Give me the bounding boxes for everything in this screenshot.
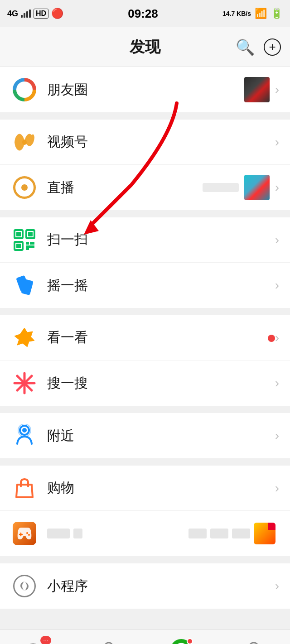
souyisou-chevron: › [275,376,279,390]
bottom-navigation: ··· 微信 通讯录 发现 [0,630,290,644]
pengyouquan-icon [11,76,38,103]
svg-point-1 [22,139,27,145]
faxian-nav-icon [169,638,193,644]
fujin-label: 附近 [47,427,275,445]
section-fujin: 附近 › [0,413,290,458]
menu-item-souyisou[interactable]: 搜一搜 › [0,360,290,406]
signal-bars [21,10,31,18]
section-scan: 扫一扫 › 摇一摇 › [0,217,290,308]
shop-icon [11,475,38,502]
menu-item-fujin[interactable]: 附近 › [0,413,290,458]
look-icon [11,324,38,351]
miniapp-icon [11,572,38,600]
wo-nav-icon [242,638,266,644]
nav-item-tongxunlu[interactable]: 通讯录 [72,638,145,644]
shipin-icon [11,129,38,156]
header-actions: 🔍 + [236,38,281,56]
fujin-chevron: › [275,428,279,443]
svg-rect-23 [17,484,32,486]
kanyikan-notification-dot [268,335,275,342]
menu-item-saoyisao[interactable]: 扫一扫 › [0,217,290,263]
status-bar: 4G HD 🔴 09:28 14.7 KB/s 📶 🔋 [0,0,290,27]
menu-item-game[interactable] [0,511,290,556]
status-right: 14.7 KB/s 📶 🔋 [222,8,283,19]
speed-indicator: 14.7 KB/s [222,10,251,17]
menu-item-gouwu[interactable]: 购物 › [0,466,290,511]
xiaochengxu-label: 小程序 [47,577,275,596]
menu-item-shipin[interactable]: 视频号 › [0,120,290,165]
menu-item-pengyouquan[interactable]: 朋友圈 › [0,67,290,112]
nearby-icon [11,422,38,449]
app-header: 发现 🔍 + [0,27,290,67]
add-button[interactable]: + [264,38,281,56]
game-icon [11,520,38,547]
search-button[interactable]: 🔍 [236,38,255,56]
saoyisao-chevron: › [275,233,279,247]
yaoyiyao-label: 摇一摇 [47,276,275,295]
svg-point-27 [28,534,30,536]
souyisou-label: 搜一搜 [47,374,275,393]
section-gouwu: 购物 › [0,466,290,556]
svg-rect-7 [28,232,33,236]
menu-item-kanyikan[interactable]: 看一看 › [0,315,290,360]
nav-item-faxian[interactable]: 发现 [145,638,218,644]
shipin-chevron: › [275,135,279,149]
search-star-icon [11,370,38,397]
weixin-badge: ··· [40,636,51,644]
menu-item-xiaochengxu[interactable]: 小程序 › [0,563,290,609]
svg-rect-11 [26,245,29,250]
section-pengyouquan: 朋友圈 › [0,67,290,112]
gouwu-chevron: › [275,481,279,495]
nav-item-weixin[interactable]: ··· 微信 [0,638,72,644]
game-content-blurred [47,529,188,538]
svg-point-19 [22,380,27,386]
wifi-icon: 📶 [255,8,267,19]
zhibo-label: 直播 [47,178,203,197]
svg-point-26 [26,532,28,534]
zhibo-chevron: › [275,180,279,195]
section-shipin: 视频号 › 直播 › [0,120,290,210]
yaoyiyao-chevron: › [275,278,279,293]
svg-rect-9 [30,242,34,245]
nav-item-wo[interactable]: 我 [218,638,290,644]
shake-icon [11,272,38,299]
kanyikan-chevron: › [275,331,279,345]
xiaochengxu-chevron: › [275,579,279,593]
pengyouquan-thumb [244,77,270,102]
app-icon: 🔴 [51,8,63,19]
battery-icon: 🔋 [271,8,283,19]
kanyikan-label: 看一看 [47,328,264,347]
saoyisao-label: 扫一扫 [47,231,275,249]
hd-badge: HD [34,9,48,19]
svg-point-21 [22,428,27,433]
spacer [0,616,290,630]
svg-rect-8 [26,242,29,245]
menu-item-yaoyiyao[interactable]: 摇一摇 › [0,263,290,308]
status-left: 4G HD 🔴 [7,8,63,19]
pengyouquan-chevron: › [275,82,279,97]
zhibo-icon [11,174,38,201]
network-indicator: 4G [7,9,18,19]
svg-rect-6 [16,244,21,248]
section-look: 看一看 › 搜一搜 › [0,315,290,406]
game-right-content [188,523,276,544]
svg-rect-5 [16,232,21,236]
shipin-label: 视频号 [47,133,275,151]
section-miniapp: 小程序 › [0,563,290,609]
pengyouquan-label: 朋友圈 [47,81,244,99]
zhibo-thumb [203,175,270,200]
page-title: 发现 [130,37,160,58]
tongxunlu-nav-icon [97,638,121,644]
clock: 09:28 [128,7,158,21]
gouwu-label: 购物 [47,479,275,497]
scan-icon [11,226,38,254]
svg-marker-14 [14,328,34,347]
menu-item-zhibo[interactable]: 直播 › [0,165,290,210]
main-content: 朋友圈 › 视频号 › 直播 [0,67,290,630]
weixin-nav-icon: ··· [24,638,48,644]
